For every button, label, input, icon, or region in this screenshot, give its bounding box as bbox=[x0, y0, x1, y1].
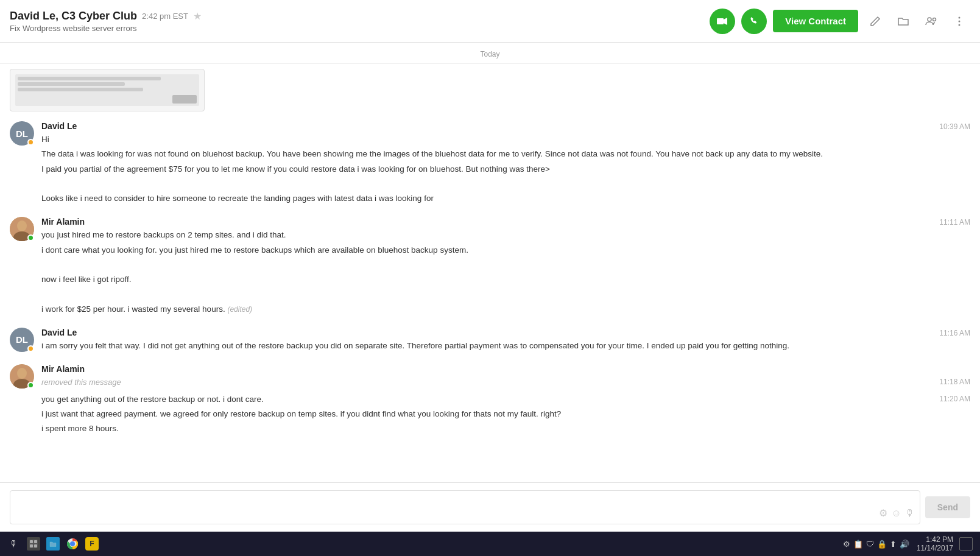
message-paragraph: now i feel like i got ripoff. bbox=[41, 273, 929, 286]
message-body-area: Mir Alamin you just hired me to restore … bbox=[41, 217, 929, 318]
header-title-row: David Le, C3 Cyber Club 2:42 pm EST ★ bbox=[10, 10, 202, 23]
mic-icon[interactable]: 🎙 bbox=[7, 537, 21, 551]
message-paragraph: you just hired me to restore backups on … bbox=[41, 229, 929, 241]
taskbar-sys-icon: 🔊 bbox=[900, 540, 909, 549]
message-row: David Le i am sorry you felt that way. I… bbox=[41, 328, 970, 354]
taskbar-app-explorer[interactable] bbox=[46, 537, 60, 551]
message-content: David Le Hi The data i was looking for w… bbox=[41, 121, 970, 207]
message-group: Mir Alamin you just hired me to restore … bbox=[0, 212, 980, 323]
date-divider: Today bbox=[0, 43, 980, 64]
message-paragraph bbox=[41, 259, 929, 271]
avatar-initials: DL bbox=[16, 334, 28, 345]
taskbar-sys-icon: ⚙ bbox=[843, 540, 850, 549]
message-paragraph: The data i was looking for was not found… bbox=[41, 148, 929, 160]
message-group: DL David Le Hi The data i was looking fo… bbox=[0, 116, 980, 212]
message-sender: Mir Alamin bbox=[41, 364, 970, 374]
attachment-icon[interactable]: 🎙 bbox=[905, 508, 915, 519]
svg-rect-0 bbox=[717, 18, 724, 24]
message-body: removed this message bbox=[41, 376, 929, 389]
svg-rect-16 bbox=[30, 544, 33, 547]
chat-subtitle: Fix Wordpress website server errors bbox=[10, 24, 202, 33]
taskbar-sys-icon: 🛡 bbox=[866, 540, 874, 549]
message-paragraph: Looks like i need to consider to hire so… bbox=[41, 192, 929, 205]
message-input[interactable] bbox=[15, 497, 879, 519]
header-actions: View Contract bbox=[710, 9, 970, 34]
message-sender: David Le bbox=[41, 328, 929, 337]
message-paragraph: Hi bbox=[41, 133, 929, 146]
message-preview-thumbnail bbox=[10, 69, 205, 111]
folder-icon-button[interactable] bbox=[892, 10, 914, 32]
message-paragraph: I paid you partial of the agreement $75 … bbox=[41, 163, 929, 175]
svg-point-5 bbox=[959, 20, 961, 22]
emoji-icon[interactable]: ☺ bbox=[891, 508, 901, 519]
taskbar: 🎙 F ⚙ 📋 🛡 🔒 ⬆ 🔊 bbox=[0, 532, 980, 556]
taskbar-app-chrome[interactable] bbox=[66, 537, 79, 551]
message-content: David Le i am sorry you felt that way. I… bbox=[41, 328, 970, 354]
svg-point-3 bbox=[933, 18, 936, 21]
avatar: DL bbox=[10, 328, 34, 352]
taskbar-sys-icon: 🔒 bbox=[877, 540, 887, 549]
message-body: Hi The data i was looking for was not fo… bbox=[41, 133, 929, 205]
chat-time: 2:42 pm EST bbox=[142, 12, 188, 21]
message-sender: David Le bbox=[41, 121, 929, 131]
svg-marker-1 bbox=[724, 18, 727, 25]
message-input-area: ⚙ ☺ 🎙 Send bbox=[0, 482, 980, 532]
preview-button bbox=[172, 95, 197, 104]
removed-message-label: removed this message bbox=[41, 376, 929, 389]
avatar: DL bbox=[10, 121, 34, 146]
avatar bbox=[10, 364, 34, 389]
message-body-area: David Le Hi The data i was looking for w… bbox=[41, 121, 929, 207]
view-contract-button[interactable]: View Contract bbox=[773, 10, 858, 32]
more-options-button[interactable] bbox=[948, 10, 970, 32]
svg-point-8 bbox=[17, 220, 27, 231]
message-content: Mir Alamin removed this message 11:18 AM… bbox=[41, 364, 970, 437]
taskbar-sys-icon: ⬆ bbox=[890, 540, 897, 549]
message-body: you just hired me to restore backups on … bbox=[41, 229, 929, 315]
chat-contact-name: David Le, C3 Cyber Club bbox=[10, 10, 137, 23]
chat-header: David Le, C3 Cyber Club 2:42 pm EST ★ Fi… bbox=[0, 0, 980, 43]
message-body-area: removed this message bbox=[41, 376, 929, 391]
status-dot bbox=[27, 234, 34, 241]
message-paragraph: i dont care what you looking for. you ju… bbox=[41, 244, 929, 256]
message-time: 10:39 AM bbox=[934, 121, 970, 131]
taskbar-app-browser[interactable] bbox=[27, 537, 40, 551]
team-icon-button[interactable] bbox=[920, 10, 942, 32]
send-button[interactable]: Send bbox=[925, 496, 970, 518]
taskbar-time: 1:42 PM bbox=[926, 535, 953, 544]
taskbar-left: 🎙 F bbox=[7, 537, 99, 551]
message-input-wrapper[interactable]: ⚙ ☺ 🎙 bbox=[10, 490, 920, 524]
message-row: removed this message 11:18 AM bbox=[41, 376, 970, 391]
taskbar-app-yellow[interactable]: F bbox=[85, 537, 99, 551]
message-paragraph bbox=[41, 178, 929, 190]
status-dot bbox=[27, 139, 34, 146]
message-paragraph: i spent more 8 hours. bbox=[41, 423, 929, 435]
avatar bbox=[10, 217, 34, 241]
edit-icon-button[interactable] bbox=[864, 10, 886, 32]
svg-point-2 bbox=[928, 18, 931, 21]
message-paragraph: i am sorry you felt that way. I did not … bbox=[41, 340, 929, 352]
message-time-2: 11:20 AM bbox=[934, 393, 970, 403]
show-desktop-button[interactable] bbox=[959, 537, 973, 551]
phone-button[interactable] bbox=[741, 9, 767, 34]
message-group: DL David Le i am sorry you felt that way… bbox=[0, 323, 980, 359]
message-body-area: David Le i am sorry you felt that way. I… bbox=[41, 328, 929, 354]
message-time: 11:18 AM bbox=[934, 376, 970, 386]
message-paragraph bbox=[41, 288, 929, 300]
video-call-button[interactable] bbox=[710, 9, 735, 34]
settings-icon[interactable]: ⚙ bbox=[879, 507, 887, 519]
svg-rect-17 bbox=[34, 544, 37, 547]
message-row: David Le Hi The data i was looking for w… bbox=[41, 121, 970, 207]
taskbar-icons-row: ⚙ 📋 🛡 🔒 ⬆ 🔊 bbox=[843, 540, 909, 549]
status-dot bbox=[27, 345, 34, 352]
svg-rect-15 bbox=[34, 540, 37, 543]
input-icons: ⚙ ☺ 🎙 bbox=[879, 507, 914, 519]
message-content: Mir Alamin you just hired me to restore … bbox=[41, 217, 970, 318]
message-body: you get anything out of the restore back… bbox=[41, 393, 929, 435]
header-left: David Le, C3 Cyber Club 2:42 pm EST ★ Fi… bbox=[10, 10, 202, 33]
status-dot bbox=[27, 382, 34, 389]
avatar-initials: DL bbox=[16, 128, 28, 139]
svg-point-11 bbox=[17, 368, 27, 379]
svg-point-21 bbox=[71, 542, 74, 546]
taskbar-date: 11/14/2017 bbox=[917, 544, 953, 552]
star-icon[interactable]: ★ bbox=[193, 10, 202, 22]
